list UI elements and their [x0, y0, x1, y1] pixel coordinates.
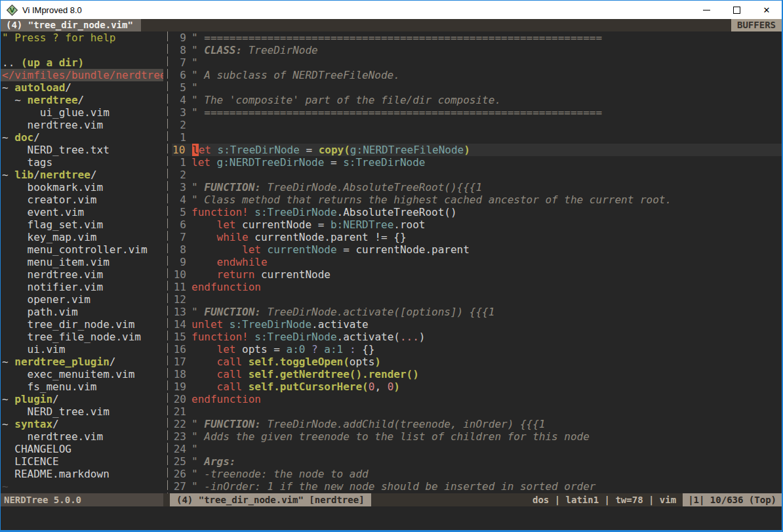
code-line[interactable]: 9" =====================================…: [172, 31, 782, 44]
tree-item[interactable]: ~ nerdtree_plugin/: [1, 356, 163, 368]
syntax-segment: self.getNerdtree().render(): [249, 368, 419, 380]
tree-root-path[interactable]: </vimfiles/bundle/nerdtree/: [1, 69, 163, 81]
code-text: " -inOrder: 1 if the new node should be …: [191, 480, 596, 493]
code-line[interactable]: 23" Adds the given treenode to the list …: [172, 430, 782, 443]
tree-item[interactable]: ~: [1, 480, 163, 493]
tree-item[interactable]: .. (up a dir): [1, 56, 163, 69]
tree-item[interactable]: NERD_tree.vim: [1, 405, 163, 418]
tree-item[interactable]: exec_menuitem.vim: [1, 368, 163, 380]
tree-item[interactable]: ui_glue.vim: [1, 106, 163, 119]
syntax-segment: [242, 356, 249, 368]
code-line[interactable]: 13" FUNCTION: TreeDirNode.activate([opti…: [172, 306, 782, 318]
code-line[interactable]: 3" FUNCTION: TreeDirNode.AbsoluteTreeRoo…: [172, 181, 782, 194]
tab-active[interactable]: (4) "tree_dir_node.vim": [1, 19, 141, 31]
tree-item[interactable]: ~ autoload/: [1, 81, 163, 94]
command-line[interactable]: [1, 506, 782, 530]
window-separator[interactable]: [163, 31, 172, 493]
syntax-segment: TreeDirNode.AbsoluteTreeRoot(){{{1: [261, 181, 482, 194]
code-line[interactable]: 6" A subclass of NERDTreeFileNode.: [172, 69, 782, 81]
tree-item[interactable]: nerdtree.vim: [1, 430, 163, 443]
code-line[interactable]: 15function! s:TreeDirNode.activate(...): [172, 331, 782, 343]
code-text: endwhile: [191, 256, 268, 268]
statusline-nerdtree-version: NERDTree 5.0.0: [1, 493, 163, 506]
code-line-current[interactable]: 10let s:TreeDirNode = copy(g:NERDTreeFil…: [172, 144, 782, 156]
tree-item[interactable]: ~ doc/: [1, 131, 163, 144]
code-line[interactable]: 1: [172, 131, 782, 144]
code-line[interactable]: 9 endwhile: [172, 256, 782, 268]
code-line[interactable]: 5function! s:TreeDirNode.AbsoluteTreeRoo…: [172, 206, 782, 218]
code-text: let currentNode = currentNode.parent: [191, 243, 470, 256]
tree-item[interactable]: ~ plugin/: [1, 393, 163, 405]
code-line[interactable]: 25" Args:: [172, 455, 782, 468]
tree-item[interactable]: NERD_tree.txt: [1, 144, 163, 156]
code-line[interactable]: 2: [172, 169, 782, 181]
maximize-button[interactable]: [721, 1, 752, 19]
syntax-segment: =: [324, 156, 343, 169]
tree-item[interactable]: flag_set.vim: [1, 218, 163, 231]
tree-item[interactable]: CHANGELOG: [1, 443, 163, 455]
tree-item[interactable]: tags: [1, 156, 163, 169]
code-line[interactable]: 5": [172, 81, 782, 94]
code-line[interactable]: 20endfunction: [172, 393, 782, 405]
code-line[interactable]: 21: [172, 405, 782, 418]
tabline: (4) "tree_dir_node.vim" BUFFERS: [1, 19, 782, 31]
code-line[interactable]: 18 call self.getNerdtree().render(): [172, 368, 782, 380]
code-line[interactable]: 8 let currentNode = currentNode.parent: [172, 243, 782, 256]
syntax-segment: [318, 343, 325, 356]
tree-item[interactable]: [1, 44, 163, 56]
code-line[interactable]: 22" FUNCTION: TreeDirNode.addChild(treen…: [172, 418, 782, 430]
code-line[interactable]: 4" Class method that returns the highest…: [172, 194, 782, 206]
tree-item[interactable]: opener.vim: [1, 293, 163, 306]
code-line[interactable]: 24": [172, 443, 782, 455]
code-line[interactable]: 10 return currentNode: [172, 268, 782, 281]
code-line[interactable]: 14unlet s:TreeDirNode.activate: [172, 318, 782, 331]
tree-item[interactable]: creator.vim: [1, 194, 163, 206]
code-text: " -treenode: the node to add: [191, 468, 369, 480]
tree-item[interactable]: menu_controller.vim: [1, 243, 163, 256]
code-line[interactable]: 7": [172, 56, 782, 69]
code-line[interactable]: 11endfunction: [172, 281, 782, 293]
tree-item[interactable]: menu_item.vim: [1, 256, 163, 268]
code-line[interactable]: 26" -treenode: the node to add: [172, 468, 782, 480]
tree-item[interactable]: bookmark.vim: [1, 181, 163, 194]
tree-item[interactable]: " Press ? for help: [1, 31, 163, 44]
tree-item[interactable]: tree_dir_node.vim: [1, 318, 163, 331]
tree-item[interactable]: fs_menu.vim: [1, 380, 163, 393]
tree-item[interactable]: LICENCE: [1, 455, 163, 468]
code-line[interactable]: 17 call self.toggleOpen(opts): [172, 356, 782, 368]
tree-item[interactable]: ~ syntax/: [1, 418, 163, 430]
tree-item[interactable]: README.markdown: [1, 468, 163, 480]
line-number: 20: [172, 393, 186, 405]
tree-item[interactable]: nerdtree.vim: [1, 119, 163, 131]
code-text: return currentNode: [191, 268, 331, 281]
code-text: endfunction: [191, 281, 261, 293]
close-button[interactable]: ✕: [752, 1, 782, 19]
tree-item[interactable]: ui.vim: [1, 343, 163, 356]
tree-item[interactable]: event.vim: [1, 206, 163, 218]
code-line[interactable]: 1let g:NERDTreeDirNode = s:TreeDirNode: [172, 156, 782, 169]
code-line[interactable]: 19 call self.putCursorHere(0, 0): [172, 380, 782, 393]
code-line[interactable]: 3" =====================================…: [172, 106, 782, 119]
tree-item[interactable]: key_map.vim: [1, 231, 163, 243]
tree-item[interactable]: ~ lib/nerdtree/: [1, 169, 163, 181]
code-line[interactable]: 27" -inOrder: 1 if the new node should b…: [172, 480, 782, 493]
code-line[interactable]: 2: [172, 119, 782, 131]
text-cursor: l: [192, 144, 199, 156]
syntax-segment: lib: [14, 169, 33, 181]
code-line[interactable]: 16 let opts = a:0 ? a:1 : {}: [172, 343, 782, 356]
code-line[interactable]: 8" CLASS: TreeDirNode: [172, 44, 782, 56]
syntax-segment: [223, 318, 230, 331]
minimize-button[interactable]: [691, 1, 721, 19]
code-line[interactable]: 12: [172, 293, 782, 306]
tree-item[interactable]: nerdtree.vim: [1, 268, 163, 281]
code-text: let opts = a:0 ? a:1 : {}: [191, 343, 374, 356]
tree-item[interactable]: tree_file_node.vim: [1, 331, 163, 343]
tree-item[interactable]: path.vim: [1, 306, 163, 318]
code-line[interactable]: 7 while currentNode.parent != {}: [172, 231, 782, 243]
code-line[interactable]: 4" The 'composite' part of the file/dir …: [172, 94, 782, 106]
tree-item[interactable]: ~ nerdtree/: [1, 94, 163, 106]
syntax-segment: Args:: [204, 455, 235, 468]
tree-item[interactable]: notifier.vim: [1, 281, 163, 293]
code-text: " The 'composite' part of the file/dir c…: [191, 94, 501, 106]
code-line[interactable]: 6 let currentNode = b:NERDTree.root: [172, 218, 782, 231]
